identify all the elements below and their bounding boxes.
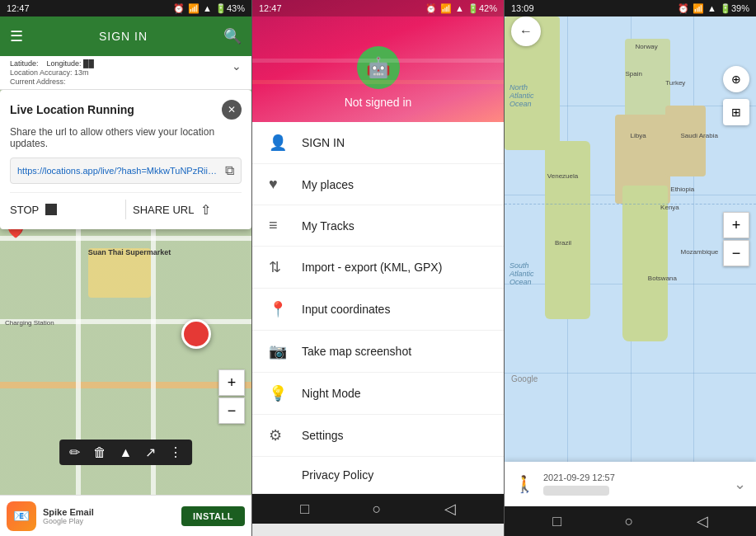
install-button[interactable]: INSTALL <box>181 506 245 526</box>
menu-item-privacy-policy[interactable]: Privacy Policy <box>252 457 504 494</box>
navigate-icon[interactable]: ▲ <box>120 445 133 460</box>
close-button[interactable]: ✕ <box>222 100 242 120</box>
live-location-card: Live Location Running ✕ Share the url to… <box>0 90 251 229</box>
alarm-icon-2: ⏰ <box>425 3 437 14</box>
status-bar-1: 12:47 ⏰ 📶 ▲ 🔋43% <box>0 0 251 16</box>
signal-icon-3: 📶 <box>693 3 704 14</box>
wifi-icon-2: ▲ <box>455 3 464 13</box>
share-url-text: https://locations.app/live/?hash=MkkwTuN… <box>17 166 218 176</box>
stop-square-icon <box>45 204 57 215</box>
my-location-button[interactable]: ⊕ <box>723 66 749 92</box>
card-title: Live Location Running <box>10 103 134 116</box>
home-icon-2[interactable]: ○ <box>372 501 381 518</box>
north-atlantic-label: NorthAtlanticOcean <box>509 83 534 108</box>
zoom-in-1[interactable]: + <box>218 369 245 396</box>
status-icons-2: ⏰ 📶 ▲ 🔋42% <box>425 3 497 14</box>
tracks-icon: ≡ <box>269 217 289 234</box>
location-icon: 📍 <box>269 300 289 318</box>
google-logo: Google <box>511 374 538 383</box>
panel3-world-map: 13:09 ⏰ 📶 ▲ 🔋39% ← <box>505 0 756 536</box>
ethiopia-label: Ethiopia <box>670 186 694 193</box>
zoom-in-3[interactable]: + <box>723 212 749 238</box>
status-icons-3: ⏰ 📶 ▲ 🔋39% <box>678 3 749 14</box>
gear-icon: ⚙ <box>269 426 289 444</box>
bulb-icon: 💡 <box>269 384 289 402</box>
import-export-icon: ⇅ <box>269 258 289 276</box>
menu-item-sign-in[interactable]: 👤 SIGN IN <box>252 122 504 164</box>
recent-apps-icon-3[interactable]: □ <box>552 513 561 530</box>
camera-icon: 📷 <box>269 342 289 360</box>
sign-in-label: SIGN IN <box>302 136 345 149</box>
menu-item-my-tracks[interactable]: ≡ My Tracks <box>252 205 504 247</box>
card-blurred-text <box>543 486 609 496</box>
location-info: Latitude: Longitude: ██ Location Accurac… <box>10 59 94 86</box>
header-map-bg <box>252 16 504 122</box>
zoom-out-3[interactable]: − <box>723 240 749 266</box>
status-icons-1: ⏰ 📶 ▲ 🔋43% <box>173 3 245 14</box>
ad-text-container: Spike Email Google Play <box>43 507 175 525</box>
menu-item-night-mode[interactable]: 💡 Night Mode <box>252 373 504 415</box>
status-time-3: 13:09 <box>511 3 534 13</box>
settings-label: Settings <box>302 429 344 442</box>
info-bar-1: Latitude: Longitude: ██ Location Accurac… <box>0 56 251 90</box>
world-map-view[interactable]: NorthAtlanticOcean SouthAtlanticOcean No… <box>505 16 756 462</box>
stop-button[interactable]: STOP <box>10 204 119 216</box>
map-toolbar-1: ✏ 🗑 ▲ ↗ ⋮ <box>59 440 193 465</box>
venezuela-label: Venezuela <box>547 172 578 180</box>
kenya-label: Kenya <box>660 204 679 211</box>
status-bar-3: 13:09 ⏰ 📶 ▲ 🔋39% <box>505 0 756 16</box>
menu-item-settings[interactable]: ⚙ Settings <box>252 415 504 457</box>
spain-label: Spain <box>625 70 641 78</box>
battery-icon-3: 🔋39% <box>720 3 749 14</box>
zoom-out-1[interactable]: − <box>218 397 245 424</box>
copy-icon[interactable]: ⧉ <box>225 163 234 178</box>
menu-item-input-coords[interactable]: 📍 Input coordinates <box>252 289 504 331</box>
botswana-label: Botswana <box>648 275 677 282</box>
mozambique-label: Mozambique <box>681 248 719 256</box>
equator-line <box>505 204 756 205</box>
ad-app-icon: 📧 <box>7 501 36 531</box>
home-icon-3[interactable]: ○ <box>624 513 633 530</box>
middle-east <box>665 106 706 176</box>
card-expand-chevron[interactable]: ⌄ <box>734 475 746 493</box>
nav-bar-3: □ ○ ◁ <box>505 506 756 536</box>
alarm-icon-3: ⏰ <box>678 3 689 14</box>
toolbar-1: ☰ SIGN IN 🔍 <box>0 16 251 56</box>
delete-icon[interactable]: 🗑 <box>93 445 106 460</box>
expand-chevron[interactable]: ⌄ <box>232 59 242 73</box>
menu-header: 12:47 ⏰ 📶 ▲ 🔋42% 🤖 Not signed in <box>252 0 504 122</box>
share-url-button[interactable]: SHARE URL ⇧ <box>133 202 242 218</box>
menu-item-import-export[interactable]: ⇅ Import - export (KML, GPX) <box>252 247 504 289</box>
edit-icon[interactable]: ✏ <box>69 444 80 460</box>
import-export-label: Import - export (KML, GPX) <box>302 261 442 274</box>
menu-icon[interactable]: ☰ <box>10 27 23 45</box>
layers-button[interactable]: ⊞ <box>723 99 749 125</box>
menu-item-my-places[interactable]: ♥ My places <box>252 164 504 205</box>
wifi-icon-3: ▲ <box>707 3 716 13</box>
share-icon-2[interactable]: ↗ <box>145 444 156 460</box>
ad-subtitle: Google Play <box>43 517 175 525</box>
recent-apps-icon-2[interactable]: □ <box>300 501 309 518</box>
card-header: Live Location Running ✕ <box>10 100 242 120</box>
url-container: https://locations.app/live/?hash=MkkwTuN… <box>10 158 242 184</box>
map-area-1: Atheneum Wispelberg Wuyts / Frankly Suan… <box>0 90 251 506</box>
status-bar-2: 12:47 ⏰ 📶 ▲ 🔋42% <box>252 0 504 16</box>
layers-icon: ⊞ <box>731 106 741 119</box>
input-coords-label: Input coordinates <box>302 303 390 316</box>
menu-item-screenshot[interactable]: 📷 Take map screenshot <box>252 331 504 373</box>
back-button-3[interactable]: ← <box>511 16 541 46</box>
south-atlantic-label: SouthAtlanticOcean <box>509 261 534 286</box>
back-icon-2[interactable]: ◁ <box>444 500 456 518</box>
lat-lon-label: Latitude: Longitude: ██ <box>10 59 94 68</box>
zoom-controls-3: + − <box>723 212 749 266</box>
card-date: 2021-09-29 12:57 <box>543 473 725 482</box>
back-icon-3[interactable]: ◁ <box>697 512 708 530</box>
south-america-continent <box>545 141 590 319</box>
address-label: Current Address: <box>10 78 94 86</box>
saudi-label: Saudi Arabia <box>681 132 718 139</box>
toolbar-title-1: SIGN IN <box>23 30 223 43</box>
location-marker-1 <box>181 319 211 349</box>
search-icon-1[interactable]: 🔍 <box>223 27 242 45</box>
more-icon[interactable]: ⋮ <box>169 444 182 460</box>
card-info: 2021-09-29 12:57 <box>543 473 725 496</box>
